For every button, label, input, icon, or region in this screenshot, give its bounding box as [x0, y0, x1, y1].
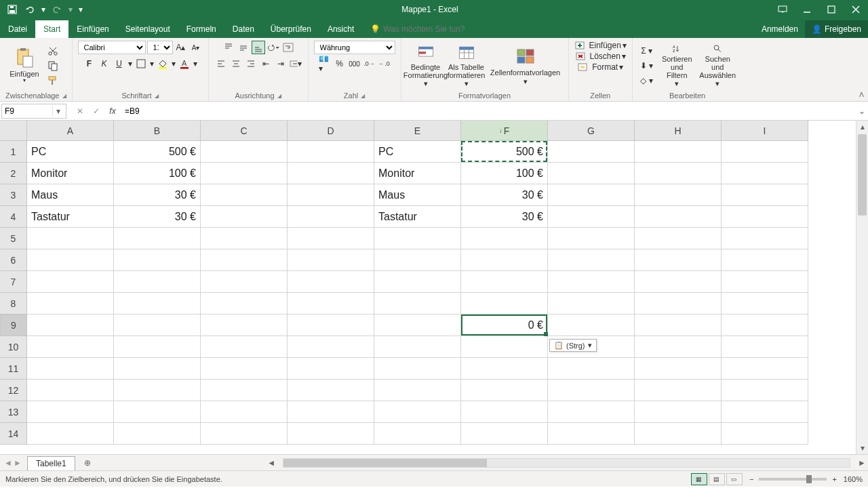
alignment-launcher-icon[interactable]: ◢ [277, 93, 281, 99]
cell-D4[interactable] [288, 206, 374, 228]
cell-I8[interactable] [722, 293, 808, 314]
cell-H9[interactable] [635, 314, 722, 336]
sheet-tab-active[interactable]: Tabelle1 [27, 456, 75, 470]
cell-E11[interactable] [374, 358, 461, 380]
cell-A9[interactable] [27, 314, 114, 336]
hscroll-left-icon[interactable]: ◄ [265, 458, 277, 468]
name-box[interactable]: ▾ [1, 104, 66, 119]
scroll-up-icon[interactable]: ▴ [856, 121, 868, 133]
find-select-button[interactable]: Suchen und Auswählen▾ [698, 43, 736, 88]
cell-G4[interactable] [548, 206, 635, 228]
cell-C6[interactable] [201, 249, 288, 271]
cell-F2[interactable]: 100 € [461, 163, 548, 184]
row-header-1[interactable]: 1 [0, 141, 27, 163]
minimize-icon[interactable] [795, 0, 819, 19]
decrease-font-icon[interactable]: A▾ [189, 41, 203, 54]
undo-icon[interactable] [23, 3, 37, 16]
cell-D14[interactable] [288, 423, 374, 445]
cell-D9[interactable] [288, 314, 374, 336]
cell-B11[interactable] [114, 358, 201, 380]
cell-A5[interactable] [27, 228, 114, 249]
clear-icon[interactable]: ◇ ▾ [638, 74, 655, 87]
font-size-select[interactable]: 11 [147, 41, 173, 54]
increase-decimal-icon[interactable]: .0→ [363, 57, 376, 70]
cell-D3[interactable] [288, 184, 374, 206]
font-launcher-icon[interactable]: ◢ [155, 93, 159, 99]
cell-I9[interactable] [722, 314, 808, 336]
cell-B5[interactable] [114, 228, 201, 249]
cell-I11[interactable] [722, 358, 808, 380]
orientation-icon[interactable]: ⭯▾ [267, 41, 280, 54]
underline-dropdown-icon[interactable]: ▾ [127, 57, 133, 70]
cell-G13[interactable] [548, 401, 635, 423]
align-middle-icon[interactable] [237, 41, 250, 54]
cell-E10[interactable] [374, 336, 461, 358]
save-icon[interactable] [5, 3, 19, 16]
cell-B9[interactable] [114, 314, 201, 336]
row-header-14[interactable]: 14 [0, 423, 27, 445]
cell-B1[interactable]: 500 € [114, 141, 201, 163]
decrease-decimal-icon[interactable]: ←.0 [378, 57, 391, 70]
cell-G5[interactable] [548, 228, 635, 249]
cell-B10[interactable] [114, 336, 201, 358]
cell-F6[interactable] [461, 249, 548, 271]
cell-F12[interactable] [461, 380, 548, 401]
cell-I10[interactable] [722, 336, 808, 358]
paste-options-button[interactable]: 📋(Strg) ▾ [549, 339, 597, 352]
cell-I12[interactable] [722, 380, 808, 401]
cell-A1[interactable]: PC [27, 141, 114, 163]
add-sheet-icon[interactable]: ⊕ [79, 457, 96, 469]
conditional-format-button[interactable]: Bedingte Formatierung▾ [407, 43, 445, 88]
column-header-B[interactable]: B [114, 121, 201, 141]
cell-F14[interactable] [461, 423, 548, 445]
row-header-6[interactable]: 6 [0, 249, 27, 271]
cell-D2[interactable] [288, 163, 374, 184]
cell-A12[interactable] [27, 380, 114, 401]
cell-G11[interactable] [548, 358, 635, 380]
ribbon-options-icon[interactable] [770, 0, 795, 19]
cell-B14[interactable] [114, 423, 201, 445]
row-header-11[interactable]: 11 [0, 358, 27, 380]
cell-B2[interactable]: 100 € [114, 163, 201, 184]
cell-C7[interactable] [201, 271, 288, 293]
name-box-dropdown-icon[interactable]: ▾ [52, 106, 63, 116]
cell-H5[interactable] [635, 228, 722, 249]
border-dropdown-icon[interactable]: ▾ [149, 57, 155, 70]
share-button[interactable]: 👤Freigeben [805, 20, 868, 38]
wrap-text-icon[interactable] [281, 41, 295, 54]
cell-G1[interactable] [548, 141, 635, 163]
sort-filter-button[interactable]: AZSortieren und Filtern▾ [658, 43, 696, 88]
cell-D11[interactable] [288, 358, 374, 380]
tell-me[interactable]: 💡 [368, 20, 521, 38]
spreadsheet-grid[interactable]: ABCDE↓FGHI 1234567891011121314 PC500 €PC… [0, 121, 868, 454]
cell-I5[interactable] [722, 228, 808, 249]
fill-color-icon[interactable] [156, 57, 170, 70]
align-top-icon[interactable] [222, 41, 235, 54]
cell-B4[interactable]: 30 € [114, 206, 201, 228]
view-page-break-icon[interactable]: ▭ [726, 473, 743, 485]
cell-H7[interactable] [635, 271, 722, 293]
format-painter-icon[interactable] [46, 74, 60, 87]
column-header-D[interactable]: D [288, 121, 374, 141]
column-header-A[interactable]: A [27, 121, 114, 141]
zoom-out-icon[interactable]: − [749, 475, 753, 483]
cell-I3[interactable] [722, 184, 808, 206]
fx-icon[interactable]: fx [104, 104, 121, 119]
cell-G9[interactable] [548, 314, 635, 336]
row-header-5[interactable]: 5 [0, 228, 27, 249]
underline-button[interactable]: U [113, 57, 126, 70]
cell-D12[interactable] [288, 380, 374, 401]
row-header-8[interactable]: 8 [0, 293, 27, 314]
expand-formula-bar-icon[interactable]: ⌄ [856, 106, 868, 116]
cell-A4[interactable]: Tastatur [27, 206, 114, 228]
accounting-icon[interactable]: 💶▾ [318, 57, 332, 70]
fill-icon[interactable]: ⬇ ▾ [638, 59, 655, 73]
cell-I7[interactable] [722, 271, 808, 293]
row-header-10[interactable]: 10 [0, 336, 27, 358]
cell-C1[interactable] [201, 141, 288, 163]
cell-I6[interactable] [722, 249, 808, 271]
cell-E1[interactable]: PC [374, 141, 461, 163]
cell-D8[interactable] [288, 293, 374, 314]
cell-G6[interactable] [548, 249, 635, 271]
cell-E14[interactable] [374, 423, 461, 445]
